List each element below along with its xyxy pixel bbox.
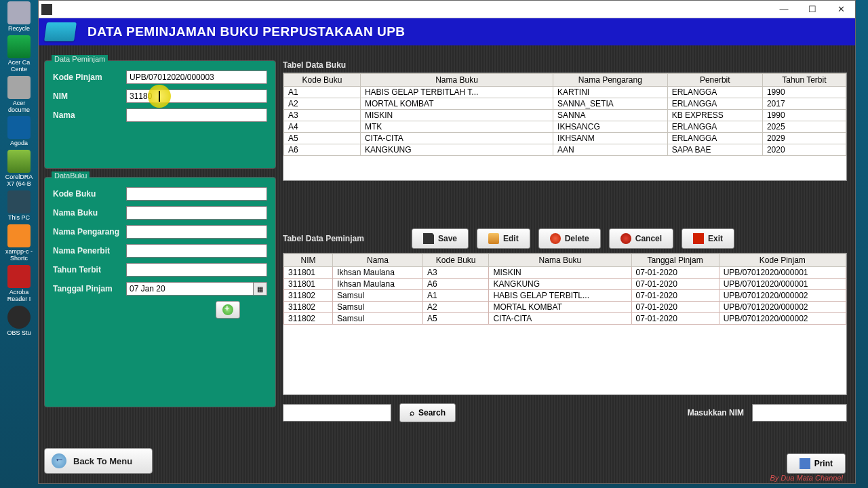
back-arrow-icon xyxy=(52,453,66,468)
label-tanggal-pinjam: Tanggal Pinjam xyxy=(53,284,126,293)
label-tahun-terbit: Tahun Terbit xyxy=(53,265,126,274)
desktop-icon[interactable]: This PC xyxy=(1,190,37,222)
table-header[interactable]: Kode Pinjam xyxy=(719,254,846,267)
desktop-icon[interactable]: xampp-c - Shortc xyxy=(1,224,37,262)
edit-icon xyxy=(488,233,499,244)
desktop-icon[interactable]: Acer docume xyxy=(1,76,37,114)
delete-icon xyxy=(550,233,561,244)
minimize-button[interactable]: — xyxy=(770,1,798,18)
input-nama-pengarang[interactable] xyxy=(126,225,267,239)
desktop-icon[interactable]: Recycle xyxy=(1,1,37,33)
print-icon xyxy=(800,458,810,469)
table-row[interactable]: 311801Ikhsan MaulanaA6KANGKUNG07-01-2020… xyxy=(284,279,846,290)
delete-button[interactable]: Delete xyxy=(538,228,601,249)
label-nama: Nama xyxy=(53,110,126,120)
table-peminjam[interactable]: NIMNamaKode BukuNama BukuTanggal PinjamK… xyxy=(283,253,847,395)
table-header[interactable]: Tahun Terbit xyxy=(762,74,846,87)
table-header[interactable]: Nama Pengarang xyxy=(553,74,668,87)
desktop-app-icon xyxy=(7,190,31,214)
panel-data-buku: DataBuku Kode Buku Nama Buku Nama Pengar… xyxy=(44,177,276,407)
desktop-app-icon xyxy=(7,150,31,173)
table-row[interactable]: 311801Ikhsan MaulanaA3MISKIN07-01-2020UP… xyxy=(284,267,846,279)
exit-icon xyxy=(693,233,704,244)
table-row[interactable]: 311802SamsulA2MORTAL KOMBAT07-01-2020UPB… xyxy=(284,302,846,313)
table-row[interactable]: A3MISKINSANNAKB EXPRESS1990 xyxy=(284,110,846,121)
cancel-icon xyxy=(620,233,631,244)
desktop-app-icon xyxy=(7,76,31,99)
input-nim[interactable] xyxy=(126,89,267,103)
table-header[interactable]: Nama xyxy=(333,254,423,267)
edit-button[interactable]: Edit xyxy=(477,228,530,249)
table-row[interactable]: A4MTKIKHSANCGERLANGGA2025 xyxy=(284,121,846,133)
app-icon xyxy=(41,4,52,15)
table-row[interactable]: A6KANGKUNGAANSAPA BAE2020 xyxy=(284,144,846,156)
input-tanggal-pinjam[interactable] xyxy=(126,282,254,296)
exit-button[interactable]: Exit xyxy=(682,228,734,249)
label-nama-pengarang: Nama Pengarang xyxy=(53,227,126,237)
desktop-icon[interactable]: CorelDRA X7 (64-B xyxy=(1,150,37,188)
save-icon xyxy=(423,233,434,244)
table-header[interactable]: Tanggal Pinjam xyxy=(631,254,719,267)
titlebar: — ☐ ✕ xyxy=(39,1,855,18)
text-cursor-icon xyxy=(159,91,160,102)
table-header[interactable]: Kode Buku xyxy=(422,254,488,267)
app-window: — ☐ ✕ DATA PEMINJAMAN BUKU PERPUSTAKAAN … xyxy=(38,0,856,484)
input-nama-penerbit[interactable] xyxy=(126,244,267,258)
label-kode-buku: Kode Buku xyxy=(53,189,126,199)
table-buku-title: Tabel Data Buku xyxy=(283,60,847,70)
header-bar: DATA PEMINJAMAN BUKU PERPUSTAKAAN UPB xyxy=(39,18,855,45)
input-nama-buku[interactable] xyxy=(126,206,267,220)
label-kode-pinjam: Kode Pinjam xyxy=(53,73,126,82)
search-input[interactable] xyxy=(283,404,391,422)
plus-icon xyxy=(222,304,233,315)
desktop-app-icon xyxy=(7,116,31,139)
input-nama[interactable] xyxy=(126,108,267,122)
input-kode-buku[interactable] xyxy=(126,187,267,201)
label-nim: NIM xyxy=(53,92,126,101)
input-kode-pinjam[interactable] xyxy=(126,70,267,84)
save-button[interactable]: Save xyxy=(412,228,469,249)
cancel-button[interactable]: Cancel xyxy=(609,228,673,249)
label-nama-buku: Nama Buku xyxy=(53,208,126,218)
table-header[interactable]: Nama Buku xyxy=(360,74,553,87)
search-button[interactable]: ⌕Search xyxy=(399,403,456,422)
table-header[interactable]: Penerbit xyxy=(667,74,762,87)
input-tahun-terbit[interactable] xyxy=(126,263,267,277)
close-button[interactable]: ✕ xyxy=(827,1,855,18)
desktop-icon[interactable]: Agoda xyxy=(1,116,37,147)
page-title: DATA PEMINJAMAN BUKU PERPUSTAKAAN UPB xyxy=(87,24,406,39)
desktop-app-icon xyxy=(7,35,31,58)
table-peminjam-title: Tabel Data Peminjam xyxy=(283,234,412,243)
maximize-button[interactable]: ☐ xyxy=(798,1,827,18)
add-button[interactable] xyxy=(216,301,240,319)
desktop-app-icon xyxy=(7,306,31,329)
table-header[interactable]: Kode Buku xyxy=(284,74,361,87)
table-row[interactable]: A1HABIS GELAP TERBITLAH T...KARTINIERLAN… xyxy=(284,87,846,98)
table-row[interactable]: 311802SamsulA5CITA-CITA07-01-2020UPB/070… xyxy=(284,313,846,325)
label-nama-penerbit: Nama Penerbit xyxy=(53,246,126,256)
desktop-icon[interactable]: OBS Stu xyxy=(1,306,37,337)
table-header[interactable]: Nama Buku xyxy=(489,254,631,267)
label-masukkan-nim: Masukkan NIM xyxy=(688,408,744,418)
table-row[interactable]: A2MORTAL KOMBATSANNA_SETIAERLANGGA2017 xyxy=(284,98,846,110)
search-icon: ⌕ xyxy=(410,408,414,418)
book-icon xyxy=(44,22,77,41)
table-buku[interactable]: Kode BukuNama BukuNama PengarangPenerbit… xyxy=(283,73,847,181)
desktop-icon[interactable]: Acroba Reader I xyxy=(1,265,37,303)
desktop-app-icon xyxy=(7,1,31,24)
back-to-menu-button[interactable]: Back To Menu xyxy=(44,448,153,474)
panel-data-peminjam: Data Peminjam Kode Pinjam NIM Nama xyxy=(44,60,276,169)
panel-legend-peminjam: Data Peminjam xyxy=(52,55,108,63)
desktop-app-icon xyxy=(7,265,31,288)
panel-legend-buku: DataBuku xyxy=(52,171,90,180)
desktop-app-icon xyxy=(7,224,31,247)
calendar-button[interactable]: ▦ xyxy=(254,282,267,296)
table-row[interactable]: 311802SamsulA1HABIS GELAP TERBITL...07-0… xyxy=(284,290,846,302)
calendar-icon: ▦ xyxy=(257,285,263,293)
table-row[interactable]: A5CITA-CITAIKHSANMERLANGGA2029 xyxy=(284,133,846,144)
desktop-icon[interactable]: Acer Ca Cente xyxy=(1,35,37,73)
input-masukkan-nim[interactable] xyxy=(752,404,847,422)
print-button[interactable]: Print xyxy=(787,453,846,474)
table-header[interactable]: NIM xyxy=(284,254,333,267)
footer-credit: By Dua Mata Channel xyxy=(770,474,843,482)
